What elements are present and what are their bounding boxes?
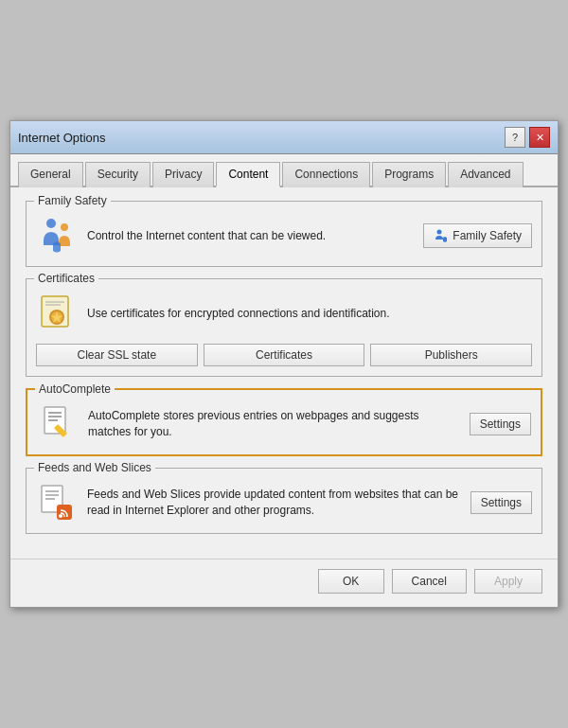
feeds-title: Feeds and Web Slices (34, 461, 155, 474)
ok-button[interactable]: OK (318, 569, 384, 594)
certificates-description: Use certificates for encrypted connectio… (87, 306, 532, 322)
autocomplete-description: AutoComplete stores previous entries on … (88, 408, 460, 440)
svg-point-19 (59, 514, 62, 518)
autocomplete-icon (37, 403, 79, 445)
tab-security[interactable]: Security (85, 162, 151, 187)
autocomplete-title: AutoComplete (35, 382, 115, 396)
family-safety-button[interactable]: Family Safety (423, 223, 532, 248)
svg-rect-18 (57, 505, 72, 520)
svg-point-1 (61, 223, 68, 231)
clear-ssl-button[interactable]: Clear SSL state (36, 344, 198, 366)
title-bar-buttons: ? ✕ (505, 127, 550, 148)
tab-advanced[interactable]: Advanced (448, 162, 523, 187)
window-title: Internet Options (18, 131, 106, 145)
title-bar: Internet Options ? ✕ (10, 121, 558, 154)
close-button[interactable]: ✕ (529, 127, 550, 148)
family-safety-title: Family Safety (34, 194, 111, 207)
tab-privacy[interactable]: Privacy (152, 162, 214, 187)
autocomplete-section: AutoComplete AutoComplete stores previou… (26, 388, 542, 456)
feeds-settings-button[interactable]: Settings (470, 491, 532, 514)
help-button[interactable]: ? (505, 127, 525, 148)
family-safety-btn-icon (434, 228, 449, 243)
tab-connections[interactable]: Connections (282, 162, 370, 187)
svg-point-0 (46, 219, 56, 228)
svg-point-2 (437, 230, 442, 235)
certificates-row: Use certificates for encrypted connectio… (36, 293, 532, 334)
cancel-button[interactable]: Cancel (392, 569, 467, 594)
certificates-section: Certificates Use certificate (26, 278, 542, 377)
feeds-row: Feeds and Web Slices provide updated con… (36, 482, 532, 524)
family-safety-icon (36, 215, 78, 257)
autocomplete-row: AutoComplete stores previous entries on … (37, 403, 531, 445)
content-area: Family Safety Control the Internet conte… (10, 187, 558, 559)
family-safety-description: Control the Internet content that can be… (87, 228, 414, 244)
bottom-buttons: OK Cancel Apply (10, 559, 558, 607)
family-safety-row: Control the Internet content that can be… (36, 215, 532, 257)
internet-options-window: Internet Options ? ✕ General Security Pr… (9, 120, 559, 608)
family-safety-section: Family Safety Control the Internet conte… (26, 201, 542, 267)
feeds-description: Feeds and Web Slices provide updated con… (87, 487, 461, 519)
certificates-title: Certificates (34, 272, 98, 285)
tab-programs[interactable]: Programs (372, 162, 446, 187)
publishers-button[interactable]: Publishers (370, 344, 532, 366)
tab-bar: General Security Privacy Content Connect… (10, 154, 558, 187)
tab-general[interactable]: General (18, 162, 83, 187)
feeds-icon (36, 482, 78, 524)
certificates-buttons: Clear SSL state Certificates Publishers (36, 344, 532, 366)
feeds-section: Feeds and Web Slices (26, 468, 542, 534)
apply-button[interactable]: Apply (474, 569, 542, 594)
certificates-icon (36, 293, 78, 334)
certificates-button[interactable]: Certificates (204, 344, 365, 366)
autocomplete-settings-button[interactable]: Settings (470, 413, 531, 435)
tab-content[interactable]: Content (216, 162, 280, 187)
